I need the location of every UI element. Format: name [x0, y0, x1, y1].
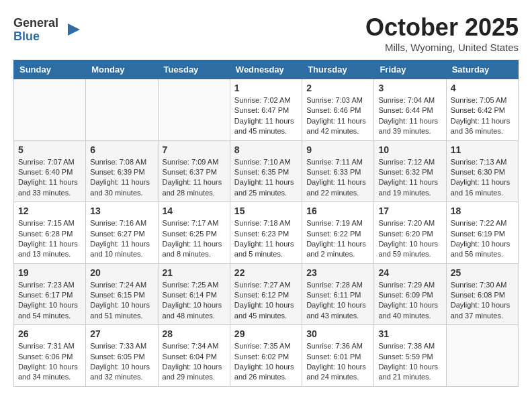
header-row: SundayMondayTuesdayWednesdayThursdayFrid…	[14, 60, 519, 79]
logo-general-text: General	[13, 17, 58, 30]
day-cell: 19Sunrise: 7:23 AMSunset: 6:17 PMDayligh…	[14, 263, 86, 325]
calendar-table: SundayMondayTuesdayWednesdayThursdayFrid…	[13, 60, 519, 387]
day-number: 6	[90, 144, 153, 155]
day-cell	[158, 79, 230, 141]
day-cell: 11Sunrise: 7:13 AMSunset: 6:30 PMDayligh…	[446, 140, 518, 202]
day-cell: 13Sunrise: 7:16 AMSunset: 6:27 PMDayligh…	[86, 202, 158, 264]
day-cell: 20Sunrise: 7:24 AMSunset: 6:15 PMDayligh…	[86, 263, 158, 325]
day-number: 13	[90, 205, 153, 216]
day-number: 8	[234, 144, 298, 155]
day-number: 15	[234, 205, 298, 216]
day-cell: 26Sunrise: 7:31 AMSunset: 6:06 PMDayligh…	[14, 325, 86, 387]
day-number: 31	[378, 328, 441, 339]
day-number: 2	[306, 83, 369, 93]
day-number: 19	[18, 267, 81, 278]
calendar-title: October 2025	[365, 13, 519, 42]
day-number: 14	[163, 205, 226, 216]
day-cell: 15Sunrise: 7:18 AMSunset: 6:23 PMDayligh…	[230, 202, 302, 264]
header-sunday: Sunday	[14, 60, 86, 79]
day-number: 26	[18, 328, 81, 339]
day-cell: 4Sunrise: 7:05 AMSunset: 6:42 PMDaylight…	[446, 79, 518, 141]
day-cell: 1Sunrise: 7:02 AMSunset: 6:47 PMDaylight…	[230, 79, 302, 141]
day-number: 25	[451, 267, 514, 278]
day-cell: 2Sunrise: 7:03 AMSunset: 6:46 PMDaylight…	[302, 79, 374, 141]
day-number: 20	[90, 267, 153, 278]
day-cell	[446, 325, 518, 387]
day-info: Sunrise: 7:19 AMSunset: 6:22 PMDaylight:…	[306, 218, 369, 260]
day-info: Sunrise: 7:16 AMSunset: 6:27 PMDaylight:…	[90, 218, 153, 260]
header-tuesday: Tuesday	[158, 60, 230, 79]
header-thursday: Thursday	[302, 60, 374, 79]
day-cell: 21Sunrise: 7:25 AMSunset: 6:14 PMDayligh…	[158, 263, 230, 325]
day-number: 4	[451, 83, 514, 93]
day-info: Sunrise: 7:27 AMSunset: 6:12 PMDaylight:…	[234, 280, 298, 322]
week-row-4: 19Sunrise: 7:23 AMSunset: 6:17 PMDayligh…	[14, 263, 519, 325]
day-cell: 30Sunrise: 7:36 AMSunset: 6:01 PMDayligh…	[302, 325, 374, 387]
day-cell: 3Sunrise: 7:04 AMSunset: 6:44 PMDaylight…	[374, 79, 446, 141]
day-info: Sunrise: 7:10 AMSunset: 6:35 PMDaylight:…	[234, 157, 298, 199]
day-cell: 16Sunrise: 7:19 AMSunset: 6:22 PMDayligh…	[302, 202, 374, 264]
day-cell: 23Sunrise: 7:28 AMSunset: 6:11 PMDayligh…	[302, 263, 374, 325]
day-info: Sunrise: 7:23 AMSunset: 6:17 PMDaylight:…	[18, 280, 81, 322]
day-cell: 9Sunrise: 7:11 AMSunset: 6:33 PMDaylight…	[302, 140, 374, 202]
week-row-5: 26Sunrise: 7:31 AMSunset: 6:06 PMDayligh…	[14, 325, 519, 387]
day-info: Sunrise: 7:17 AMSunset: 6:25 PMDaylight:…	[163, 218, 226, 260]
day-number: 3	[378, 83, 441, 93]
day-cell: 24Sunrise: 7:29 AMSunset: 6:09 PMDayligh…	[374, 263, 446, 325]
day-number: 22	[234, 267, 298, 278]
day-info: Sunrise: 7:25 AMSunset: 6:14 PMDaylight:…	[163, 280, 226, 322]
header-wednesday: Wednesday	[230, 60, 302, 79]
day-info: Sunrise: 7:20 AMSunset: 6:20 PMDaylight:…	[378, 218, 441, 260]
svg-marker-0	[68, 24, 80, 36]
day-info: Sunrise: 7:08 AMSunset: 6:39 PMDaylight:…	[90, 157, 153, 199]
day-cell: 18Sunrise: 7:22 AMSunset: 6:19 PMDayligh…	[446, 202, 518, 264]
day-cell: 28Sunrise: 7:34 AMSunset: 6:04 PMDayligh…	[158, 325, 230, 387]
day-info: Sunrise: 7:29 AMSunset: 6:09 PMDaylight:…	[378, 280, 441, 322]
day-number: 12	[18, 205, 81, 216]
day-cell: 6Sunrise: 7:08 AMSunset: 6:39 PMDaylight…	[86, 140, 158, 202]
day-number: 29	[234, 328, 298, 339]
calendar-subtitle: Mills, Wyoming, United States	[365, 42, 519, 53]
day-info: Sunrise: 7:24 AMSunset: 6:15 PMDaylight:…	[90, 280, 153, 322]
day-cell: 17Sunrise: 7:20 AMSunset: 6:20 PMDayligh…	[374, 202, 446, 264]
day-info: Sunrise: 7:28 AMSunset: 6:11 PMDaylight:…	[306, 280, 369, 322]
day-info: Sunrise: 7:34 AMSunset: 6:04 PMDaylight:…	[163, 341, 226, 383]
day-number: 1	[234, 83, 298, 93]
day-cell: 14Sunrise: 7:17 AMSunset: 6:25 PMDayligh…	[158, 202, 230, 264]
day-info: Sunrise: 7:31 AMSunset: 6:06 PMDaylight:…	[18, 341, 81, 383]
day-cell: 22Sunrise: 7:27 AMSunset: 6:12 PMDayligh…	[230, 263, 302, 325]
week-row-2: 5Sunrise: 7:07 AMSunset: 6:40 PMDaylight…	[14, 140, 519, 202]
day-number: 21	[163, 267, 226, 278]
day-number: 23	[306, 267, 369, 278]
day-cell: 7Sunrise: 7:09 AMSunset: 6:37 PMDaylight…	[158, 140, 230, 202]
day-number: 10	[378, 144, 441, 155]
day-cell: 8Sunrise: 7:10 AMSunset: 6:35 PMDaylight…	[230, 140, 302, 202]
day-number: 9	[306, 144, 369, 155]
header-saturday: Saturday	[446, 60, 518, 79]
day-cell: 27Sunrise: 7:33 AMSunset: 6:05 PMDayligh…	[86, 325, 158, 387]
page-header: General Blue October 2025 Mills, Wyoming…	[13, 13, 519, 53]
day-number: 18	[451, 205, 514, 216]
header-monday: Monday	[86, 60, 158, 79]
header-friday: Friday	[374, 60, 446, 79]
day-cell: 31Sunrise: 7:38 AMSunset: 5:59 PMDayligh…	[374, 325, 446, 387]
day-info: Sunrise: 7:36 AMSunset: 6:01 PMDaylight:…	[306, 341, 369, 383]
day-number: 28	[163, 328, 226, 339]
day-number: 24	[378, 267, 441, 278]
day-info: Sunrise: 7:11 AMSunset: 6:33 PMDaylight:…	[306, 157, 369, 199]
week-row-3: 12Sunrise: 7:15 AMSunset: 6:28 PMDayligh…	[14, 202, 519, 264]
day-info: Sunrise: 7:04 AMSunset: 6:44 PMDaylight:…	[378, 95, 441, 137]
day-info: Sunrise: 7:33 AMSunset: 6:05 PMDaylight:…	[90, 341, 153, 383]
day-cell: 5Sunrise: 7:07 AMSunset: 6:40 PMDaylight…	[14, 140, 86, 202]
day-info: Sunrise: 7:13 AMSunset: 6:30 PMDaylight:…	[451, 157, 514, 199]
day-info: Sunrise: 7:18 AMSunset: 6:23 PMDaylight:…	[234, 218, 298, 260]
day-info: Sunrise: 7:05 AMSunset: 6:42 PMDaylight:…	[451, 95, 514, 137]
day-cell: 10Sunrise: 7:12 AMSunset: 6:32 PMDayligh…	[374, 140, 446, 202]
day-cell	[86, 79, 158, 141]
day-number: 17	[378, 205, 441, 216]
day-info: Sunrise: 7:38 AMSunset: 5:59 PMDaylight:…	[378, 341, 441, 383]
day-info: Sunrise: 7:30 AMSunset: 6:08 PMDaylight:…	[451, 280, 514, 322]
title-section: October 2025 Mills, Wyoming, United Stat…	[365, 13, 519, 53]
day-number: 16	[306, 205, 369, 216]
day-number: 27	[90, 328, 153, 339]
